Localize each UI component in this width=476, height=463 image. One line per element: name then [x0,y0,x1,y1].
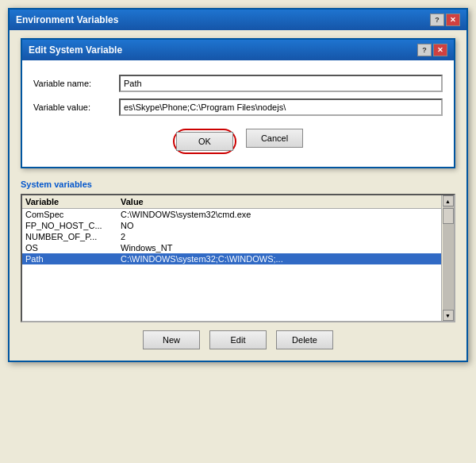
table-header: Variable Value [22,195,441,209]
row-value: C:\WINDOWS\system32;C:\WINDOWS;... [121,254,438,264]
ok-button[interactable]: OK [176,132,233,151]
variable-name-row: Variable name: [22,71,454,95]
edit-system-variable-dialog: Edit System Variable ? ✕ Variable name: … [21,38,455,168]
inner-help-button[interactable]: ? [417,44,432,56]
inner-titlebar-buttons: ? ✕ [417,44,447,56]
inner-close-button[interactable]: ✕ [433,44,447,56]
inner-title-group: Edit System Variable [29,44,122,56]
ok-button-wrapper: OK [173,129,236,154]
delete-button[interactable]: Delete [276,330,333,349]
dialog-button-row: OK Cancel [22,119,454,157]
table-scrollbar[interactable]: ▲ ▼ [441,195,454,321]
table-row[interactable]: FP_NO_HOST_C... NO [22,220,441,231]
table-row[interactable]: NUMBER_OF_P... 2 [22,231,441,242]
new-button[interactable]: New [143,330,200,349]
scroll-down-button[interactable]: ▼ [443,310,454,321]
variable-value-label: Variable value: [33,102,113,112]
variable-name-input[interactable] [119,75,443,92]
row-value: C:\WINDOWS\system32\cmd.exe [121,210,438,219]
row-variable: FP_NO_HOST_C... [25,221,121,230]
row-value: Windows_NT [121,243,438,253]
outer-window-title: Environment Variables [16,14,118,25]
outer-titlebar: Environment Variables ? ✕ [10,10,466,30]
inner-titlebar: Edit System Variable ? ✕ [22,40,454,60]
scroll-track [443,206,454,310]
row-variable: OS [25,243,121,253]
system-variables-label: System variables [21,179,455,189]
outer-help-button[interactable]: ? [430,14,444,26]
scroll-thumb[interactable] [443,208,454,224]
variable-value-input[interactable] [119,98,443,116]
bottom-button-row: New Edit Delete [21,330,455,349]
table-row[interactable]: Path C:\WINDOWS\system32;C:\WINDOWS;... [22,253,441,264]
column-header-variable: Variable [25,197,121,206]
inner-dialog-title: Edit System Variable [29,44,122,56]
column-header-value: Value [121,197,438,206]
row-variable: Path [25,254,121,264]
scroll-up-button[interactable]: ▲ [443,195,454,206]
outer-titlebar-buttons: ? ✕ [430,14,460,26]
variable-name-label: Variable name: [33,79,113,88]
system-variables-table: Variable Value ComSpec C:\WINDOWS\system… [21,194,455,322]
outer-content: Edit System Variable ? ✕ Variable name: … [10,30,466,361]
table-inner: Variable Value ComSpec C:\WINDOWS\system… [22,195,441,321]
outer-title-group: Environment Variables [16,14,118,25]
row-value: 2 [121,232,438,241]
edit-button[interactable]: Edit [209,330,267,349]
outer-close-button[interactable]: ✕ [446,14,460,26]
row-value: NO [121,221,438,230]
cancel-button[interactable]: Cancel [246,129,303,148]
table-row[interactable]: ComSpec C:\WINDOWS\system32\cmd.exe [22,209,441,220]
variable-value-row: Variable value: [22,95,454,119]
row-variable: ComSpec [25,210,121,219]
row-variable: NUMBER_OF_P... [25,232,121,241]
table-row[interactable]: OS Windows_NT [22,242,441,253]
environment-variables-window: Environment Variables ? ✕ Edit System Va… [8,8,468,362]
